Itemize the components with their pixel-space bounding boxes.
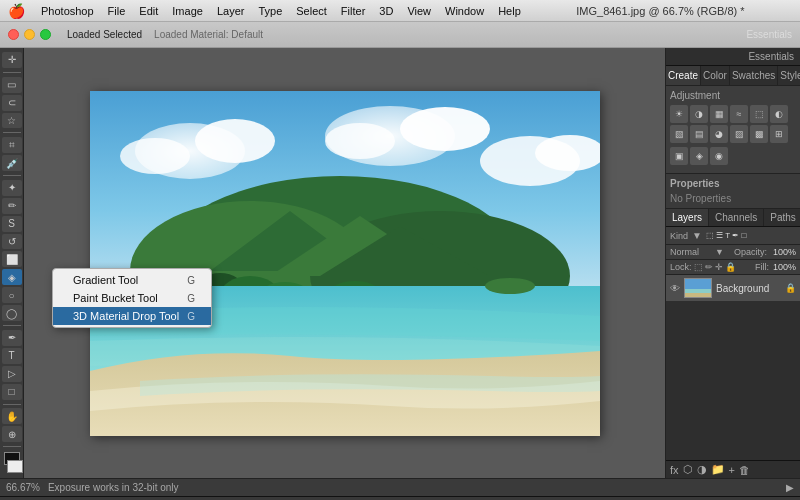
tool-zoom[interactable]: ⊕ — [2, 426, 22, 442]
adj-selective-color[interactable]: ◉ — [710, 147, 728, 165]
essentials-label[interactable]: Essentials — [746, 29, 792, 40]
tool-path-select[interactable]: ▷ — [2, 366, 22, 382]
tool-blur[interactable]: ○ — [2, 287, 22, 303]
tab-styles[interactable]: Styles — [778, 66, 800, 85]
tab-create[interactable]: Create — [666, 66, 701, 85]
adj-exposure[interactable]: ⬚ — [750, 105, 768, 123]
adj-photo-filter[interactable]: ▨ — [730, 125, 748, 143]
adj-posterize[interactable]: ⊞ — [770, 125, 788, 143]
adj-gradient-map[interactable]: ◈ — [690, 147, 708, 165]
add-style-btn[interactable]: fx — [670, 464, 679, 476]
tab-layers[interactable]: Layers — [666, 209, 709, 226]
ctx-3d-material-drop-tool[interactable]: 3D Material Drop Tool G — [53, 307, 211, 325]
add-mask-btn[interactable]: ⬡ — [683, 463, 693, 476]
menu-select[interactable]: Select — [290, 3, 333, 19]
layers-panel: Layers Channels Paths 3D Kind ▼ ⬚ ☰ T ✒ … — [666, 208, 800, 478]
separator — [3, 72, 21, 73]
add-adjustment-btn[interactable]: ◑ — [697, 463, 707, 476]
adj-hsl[interactable]: ▧ — [670, 125, 688, 143]
adjustment-label: Adjustment — [670, 90, 796, 101]
layer-visibility-eye[interactable]: 👁 — [670, 283, 680, 294]
menu-3d[interactable]: 3D — [373, 3, 399, 19]
tool-fill[interactable]: ◈ — [2, 269, 22, 285]
blend-mode-arrow: ▼ — [715, 247, 724, 257]
separator — [3, 404, 21, 405]
menu-filter[interactable]: Filter — [335, 3, 371, 19]
main-area: ✛ ▭ ⊂ ☆ ⌗ 💉 ✦ ✏ S ↺ ⬜ ◈ ○ ◯ ✒ T ▷ □ ✋ ⊕ … — [0, 48, 800, 478]
tab-paths[interactable]: Paths — [764, 209, 800, 226]
close-button[interactable] — [8, 29, 19, 40]
tool-quick-select[interactable]: ☆ — [2, 113, 22, 129]
add-group-btn[interactable]: 📁 — [711, 463, 725, 476]
tool-crop[interactable]: ⌗ — [2, 137, 22, 153]
adj-contrast[interactable]: ◑ — [690, 105, 708, 123]
adj-vibrance[interactable]: ◐ — [770, 105, 788, 123]
tab-swatches[interactable]: Swatches — [730, 66, 778, 85]
tool-history-brush[interactable]: ↺ — [2, 234, 22, 250]
lock-image[interactable]: ✏ — [705, 262, 713, 272]
window-title-center: IMG_8461.jpg @ 66.7% (RGB/8) * — [529, 5, 792, 17]
add-layer-btn[interactable]: + — [729, 464, 735, 476]
adj-threshold[interactable]: ▣ — [670, 147, 688, 165]
window-controls — [8, 29, 51, 40]
tool-spot-heal[interactable]: ✦ — [2, 180, 22, 196]
tool-select-rect[interactable]: ▭ — [2, 77, 22, 93]
beach-image — [90, 91, 600, 436]
maximize-button[interactable] — [40, 29, 51, 40]
menu-layer[interactable]: Layer — [211, 3, 251, 19]
menu-file[interactable]: File — [102, 3, 132, 19]
layer-row-background[interactable]: 👁 Background 🔒 — [666, 275, 800, 301]
lock-all[interactable]: 🔒 — [725, 262, 736, 272]
expand-icon[interactable]: ▶ — [786, 482, 794, 493]
menu-image[interactable]: Image — [166, 3, 209, 19]
canvas-area[interactable]: Gradient Tool G Paint Bucket Tool G 3D M… — [24, 48, 665, 478]
adj-levels[interactable]: ▦ — [710, 105, 728, 123]
opacity-value[interactable]: 100% — [773, 247, 796, 257]
right-panel: Essentials Create Color Swatches Styles … — [665, 48, 800, 478]
tool-type[interactable]: T — [2, 348, 22, 364]
tool-hand[interactable]: ✋ — [2, 408, 22, 424]
layer-lock-icon: 🔒 — [785, 283, 796, 293]
ctx-paint-bucket-tool[interactable]: Paint Bucket Tool G — [53, 289, 211, 307]
menu-edit[interactable]: Edit — [133, 3, 164, 19]
tab-channels[interactable]: Channels — [709, 209, 764, 226]
tool-move[interactable]: ✛ — [2, 52, 22, 68]
fill-value[interactable]: 100% — [773, 262, 796, 272]
layers-footer: fx ⬡ ◑ 📁 + 🗑 — [666, 460, 800, 478]
tool-dodge[interactable]: ◯ — [2, 305, 22, 321]
menu-window[interactable]: Window — [439, 3, 490, 19]
tool-shape[interactable]: □ — [2, 384, 22, 400]
adj-bw[interactable]: ◕ — [710, 125, 728, 143]
lock-position[interactable]: ✛ — [715, 262, 723, 272]
adj-channel-mixer[interactable]: ▩ — [750, 125, 768, 143]
timeline: Animation (Frames) Measurement Log Mini … — [0, 496, 800, 500]
properties-value: No Properties — [670, 193, 796, 204]
tool-lasso[interactable]: ⊂ — [2, 95, 22, 111]
menu-help[interactable]: Help — [492, 3, 527, 19]
tool-brush[interactable]: ✏ — [2, 198, 22, 214]
adj-brightness[interactable]: ☀ — [670, 105, 688, 123]
ctx-gradient-tool[interactable]: Gradient Tool G — [53, 271, 211, 289]
blend-mode-selector[interactable]: Normal — [670, 247, 711, 257]
delete-layer-btn[interactable]: 🗑 — [739, 464, 750, 476]
minimize-button[interactable] — [24, 29, 35, 40]
svg-point-2 — [195, 119, 275, 163]
fill-label: Fill: — [755, 262, 769, 272]
menu-photoshop[interactable]: Photoshop — [35, 3, 100, 19]
apple-menu[interactable]: 🍎 — [8, 3, 25, 19]
layer-name: Background — [716, 283, 769, 294]
context-menu: Gradient Tool G Paint Bucket Tool G 3D M… — [52, 268, 212, 328]
background-color[interactable] — [7, 460, 23, 473]
panel-tabs: Create Color Swatches Styles — [666, 66, 800, 86]
tool-pen[interactable]: ✒ — [2, 330, 22, 346]
tab-color[interactable]: Color — [701, 66, 730, 85]
kind-icons: ⬚ ☰ T ✒ □ — [706, 231, 796, 240]
tool-eyedropper[interactable]: 💉 — [2, 155, 22, 171]
tool-eraser[interactable]: ⬜ — [2, 251, 22, 267]
tool-clone[interactable]: S — [2, 216, 22, 232]
menu-type[interactable]: Type — [252, 3, 288, 19]
lock-transparent[interactable]: ⬚ — [694, 262, 703, 272]
adj-curves[interactable]: ≈ — [730, 105, 748, 123]
menu-view[interactable]: View — [401, 3, 437, 19]
adj-color-balance[interactable]: ▤ — [690, 125, 708, 143]
